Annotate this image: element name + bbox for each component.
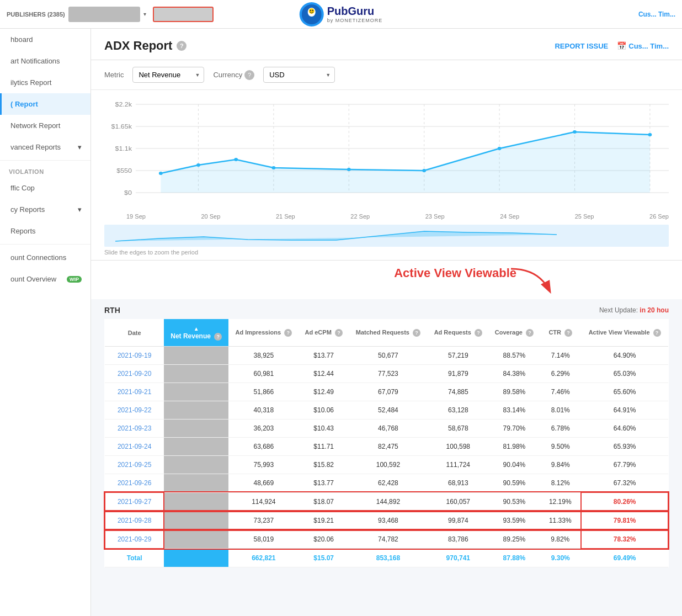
cell-ad-impressions: 63,686 xyxy=(228,438,299,456)
total-ad-requests: 970,741 xyxy=(428,549,489,567)
cell-ctr: 8.12% xyxy=(540,474,581,493)
ctr-help-icon[interactable]: ? xyxy=(564,329,572,337)
currency-select[interactable]: USD xyxy=(263,67,335,83)
next-update: Next Update: in 20 hou xyxy=(599,306,669,314)
cell-matched-requests: 46,768 xyxy=(349,419,428,438)
cell-active-view-viewable: 78.32% xyxy=(581,530,668,549)
th-ad-ecpm: Ad eCPM ? xyxy=(299,319,348,347)
cell-ad-ecpm: $18.07 xyxy=(299,492,348,511)
rth-title: RTH xyxy=(104,306,120,315)
cell-matched-requests: 74,782 xyxy=(349,530,428,549)
cell-net-revenue xyxy=(164,347,228,365)
sidebar-item-traffic-cop[interactable]: ffic Cop xyxy=(0,177,90,199)
sidebar-item-reports[interactable]: Reports xyxy=(0,220,90,242)
svg-point-24 xyxy=(159,172,163,175)
cell-ctr: 7.14% xyxy=(540,347,581,365)
report-title: ADX Report ? xyxy=(104,39,187,53)
cell-ad-requests: 74,885 xyxy=(428,383,489,401)
sidebar-item-advanced-reports[interactable]: vanced Reports ▾ xyxy=(0,136,90,158)
table-row: 2021-09-2060,981$12.4477,52391,87984.38%… xyxy=(105,365,668,383)
cell-matched-requests: 62,428 xyxy=(349,474,428,493)
layout: hboard art Notifications ilytics Report … xyxy=(0,29,682,616)
total-ctr: 9.30% xyxy=(540,549,581,567)
cell-ad-impressions: 38,925 xyxy=(228,347,299,365)
th-net-revenue[interactable]: ▲ Net Revenue ? xyxy=(164,319,228,347)
cell-ad-ecpm: $13.77 xyxy=(299,474,348,493)
currency-label: Currency ? xyxy=(213,70,254,80)
cell-ad-impressions: 40,318 xyxy=(228,401,299,419)
cell-ad-requests: 160,057 xyxy=(428,492,489,511)
cell-matched-requests: 67,079 xyxy=(349,383,428,401)
cov-help-icon[interactable]: ? xyxy=(526,329,534,337)
svg-text:$550: $550 xyxy=(116,167,132,174)
logo-icon xyxy=(300,2,324,26)
th-ad-requests: Ad Requests ? xyxy=(428,319,489,347)
svg-marker-23 xyxy=(161,132,650,193)
cell-coverage: 90.59% xyxy=(489,474,540,493)
custom-time-label[interactable]: Cus... Tim... xyxy=(638,10,675,18)
total-coverage: 87.88% xyxy=(489,549,540,567)
data-table: Date ▲ Net Revenue ? Ad Impressions ? xyxy=(104,319,669,567)
x-label-2: 20 Sep xyxy=(201,213,220,220)
sidebar-item-count-overview[interactable]: ount Overview WIP xyxy=(0,268,90,290)
chevron-down-icon-2: ▾ xyxy=(78,205,82,214)
sidebar-item-cy-reports[interactable]: cy Reports ▾ xyxy=(0,199,90,220)
logo-svg xyxy=(302,4,322,24)
sidebar-item-network-report[interactable]: Network Report xyxy=(0,115,90,136)
sidebar-item-count-connections[interactable]: ount Connections xyxy=(0,247,90,268)
cell-ad-ecpm: $15.82 xyxy=(299,456,348,474)
cell-ad-requests: 111,724 xyxy=(428,456,489,474)
cell-date: 2021-09-19 xyxy=(105,347,164,365)
table-header-row: Date ▲ Net Revenue ? Ad Impressions ? xyxy=(105,319,668,347)
slide-hint: Slide the edges to zoom the period xyxy=(104,249,669,256)
cell-active-view-viewable: 67.32% xyxy=(581,474,668,493)
cell-active-view-viewable: 64.90% xyxy=(581,347,668,365)
svg-point-29 xyxy=(422,169,426,172)
av-help-icon[interactable]: ? xyxy=(653,329,661,337)
cell-ad-impressions: 73,237 xyxy=(228,511,299,530)
logo-text: PubGuru by MONETIZEMORE xyxy=(327,5,383,23)
right-area: Cus... Tim... xyxy=(638,10,675,18)
table-row: 2021-09-2873,237$19.2193,46899,87493.59%… xyxy=(105,511,668,530)
cell-net-revenue xyxy=(164,456,228,474)
net-rev-help-icon[interactable]: ? xyxy=(214,333,222,341)
total-ad-impressions: 662,821 xyxy=(228,549,299,567)
cell-ad-ecpm: $12.49 xyxy=(299,383,348,401)
imp-help-icon[interactable]: ? xyxy=(284,329,292,337)
rth-header: RTH Next Update: in 20 hou xyxy=(104,306,669,315)
cell-date: 2021-09-24 xyxy=(105,438,164,456)
cell-ad-ecpm: $10.06 xyxy=(299,401,348,419)
x-label-1: 19 Sep xyxy=(126,213,146,220)
mini-chart[interactable] xyxy=(104,225,669,247)
sidebar-item-dashboard[interactable]: hboard xyxy=(0,29,90,50)
calendar-icon: 📅 xyxy=(617,41,626,50)
matched-help-icon[interactable]: ? xyxy=(413,329,420,337)
req-help-icon[interactable]: ? xyxy=(475,329,482,337)
cell-date: 2021-09-28 xyxy=(105,511,164,530)
cell-matched-requests: 50,677 xyxy=(349,347,428,365)
th-coverage: Coverage ? xyxy=(489,319,540,347)
domains-dropdown[interactable] xyxy=(153,7,214,22)
sidebar-item-smart-notifications[interactable]: art Notifications xyxy=(0,50,90,72)
svg-text:$1.65k: $1.65k xyxy=(111,123,132,130)
x-label-6: 24 Sep xyxy=(500,213,519,220)
sidebar-item-analytics-report[interactable]: ilytics Report xyxy=(0,72,90,93)
annotation-text: Active View Viewable xyxy=(394,266,516,280)
cell-ad-requests: 58,678 xyxy=(428,419,489,438)
report-title-help-icon[interactable]: ? xyxy=(177,41,187,51)
metric-select[interactable]: Net Revenue xyxy=(132,67,204,83)
report-issue-button[interactable]: REPORT ISSUE xyxy=(555,42,608,50)
custom-time-button[interactable]: 📅 Cus... Tim... xyxy=(617,41,669,50)
cell-ad-ecpm: $13.77 xyxy=(299,347,348,365)
cell-ad-requests: 91,879 xyxy=(428,365,489,383)
sidebar-item-adx-report[interactable]: ( Report xyxy=(0,93,90,115)
publishers-dropdown[interactable] xyxy=(68,7,140,22)
cell-net-revenue xyxy=(164,492,228,511)
table-row: 2021-09-2240,318$10.0652,48463,12883.14%… xyxy=(105,401,668,419)
table-body: 2021-09-1938,925$13.7750,67757,21988.57%… xyxy=(105,347,668,549)
table-row: 2021-09-2151,866$12.4967,07974,88589.58%… xyxy=(105,383,668,401)
controls-row: Metric Net Revenue Currency ? USD xyxy=(91,60,682,90)
ecpm-help-icon[interactable]: ? xyxy=(335,329,343,337)
currency-help-icon[interactable]: ? xyxy=(244,70,254,80)
cell-net-revenue xyxy=(164,530,228,549)
